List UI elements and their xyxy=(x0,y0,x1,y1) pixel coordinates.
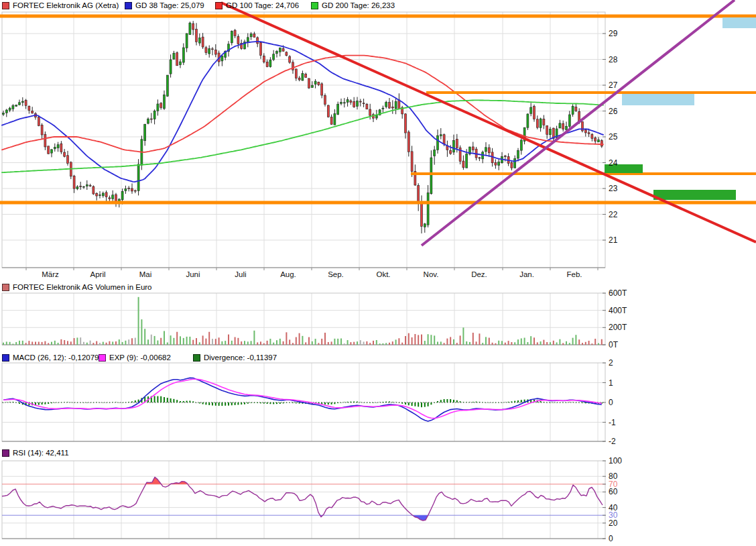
macd-histogram-bar xyxy=(492,402,493,403)
gd100-line xyxy=(2,56,603,152)
macd-histogram-bar xyxy=(90,402,91,403)
macd-histogram-bar xyxy=(283,402,284,403)
macd-histogram-bar xyxy=(405,402,406,404)
macd-histogram-bar xyxy=(434,402,435,403)
macd-signal-line xyxy=(3,379,602,418)
macd-histogram-bar xyxy=(299,402,300,404)
macd-histogram-bar xyxy=(122,402,123,403)
macd-histogram-bar xyxy=(392,402,393,402)
macd-histogram-bar xyxy=(453,400,454,402)
macd-histogram-bar xyxy=(180,401,181,402)
macd-histogram-bar xyxy=(382,402,383,402)
macd-histogram-bar xyxy=(575,402,576,403)
macd-histogram-bar xyxy=(9,402,11,402)
y-axis-label: 0T xyxy=(609,340,619,349)
macd-histogram-bar xyxy=(251,402,252,403)
macd-histogram-bar xyxy=(331,402,332,404)
x-axis-label: Mai xyxy=(139,270,152,278)
y-axis-label: 25 xyxy=(609,132,618,142)
macd-histogram-bar xyxy=(553,402,554,403)
macd-line xyxy=(3,378,602,421)
macd-histogram-bar xyxy=(572,402,574,402)
macd-histogram-bar xyxy=(19,402,20,404)
divergence-series-icon xyxy=(193,354,200,362)
macd-histogram-bar xyxy=(76,402,78,403)
macd-histogram-bar xyxy=(559,402,560,403)
macd-histogram-bar xyxy=(279,402,281,404)
macd-pane-series xyxy=(3,378,603,421)
macd-histogram-bar xyxy=(208,402,210,405)
macd-histogram-bar xyxy=(501,402,503,403)
macd-histogram-bar xyxy=(479,402,480,402)
macd-histogram-bar xyxy=(186,401,188,402)
macd-histogram-bar xyxy=(74,402,75,403)
y-axis-label: 0 xyxy=(609,398,613,407)
macd-histogram-bar xyxy=(472,402,474,402)
x-axis-label: Okt. xyxy=(376,270,390,278)
y-axis-label: 20 xyxy=(609,518,618,528)
macd-histogram-bar xyxy=(228,402,229,406)
x-axis-label: März xyxy=(42,270,59,278)
macd-histogram-bar xyxy=(112,402,113,403)
macd-histogram-bar xyxy=(521,400,522,402)
exp-series-icon xyxy=(99,354,106,362)
macd-histogram-bar xyxy=(428,402,429,406)
macd-histogram-bar xyxy=(289,402,290,403)
macd-histogram-bar xyxy=(96,402,97,403)
macd-series-icon xyxy=(2,354,9,362)
macd-histogram-bar xyxy=(260,402,261,403)
macd-histogram-bar xyxy=(44,402,46,404)
macd-histogram-bar xyxy=(225,402,226,406)
y-axis-label: 400T xyxy=(609,306,627,315)
rsi-line xyxy=(2,477,603,521)
macd-histogram-bar xyxy=(446,399,448,402)
gd200-label: GD 200 Tage: 26,233 xyxy=(322,1,395,10)
y-axis-label: 22 xyxy=(609,210,618,219)
macd-histogram-bar xyxy=(543,402,544,402)
macd-histogram-bar xyxy=(401,402,403,404)
macd-histogram-bar xyxy=(344,402,345,402)
macd-histogram-bar xyxy=(398,402,399,403)
rsi-pane-series xyxy=(2,477,603,521)
macd-histogram-bar xyxy=(164,397,165,402)
macd-histogram-bar xyxy=(64,402,65,402)
macd-histogram-bar xyxy=(157,396,158,402)
macd-histogram-bar xyxy=(462,402,464,402)
x-axis-label: Juni xyxy=(186,270,200,278)
macd-histogram-bar xyxy=(160,396,162,402)
y-axis-label: 1 xyxy=(609,378,613,388)
macd-histogram-bar xyxy=(48,402,49,404)
macd-histogram-bar xyxy=(6,402,7,403)
y-axis-label: 23 xyxy=(609,184,618,193)
macd-histogram-bar xyxy=(366,402,367,403)
macd-histogram-bar xyxy=(578,402,580,403)
macd-histogram-bar xyxy=(167,398,168,402)
macd-histogram-bar xyxy=(430,402,432,404)
gd38-label: GD 38 Tage: 25,079 xyxy=(135,1,204,10)
y-axis-label: -1 xyxy=(609,418,616,427)
x-axis-label: Juli xyxy=(235,270,246,278)
macd-histogram-bar xyxy=(92,402,94,403)
macd-histogram-bar xyxy=(569,402,570,402)
macd-histogram-bar xyxy=(51,402,52,403)
y-axis-label: 27 xyxy=(609,80,618,90)
x-axis-label: Nov. xyxy=(424,270,439,278)
macd-histogram-bar xyxy=(505,402,506,403)
macd-histogram-bar xyxy=(244,402,245,404)
y-axis-label: 60 xyxy=(609,487,618,496)
trendlines xyxy=(221,0,756,245)
macd-histogram-bar xyxy=(412,402,413,406)
macd-histogram-bar xyxy=(173,399,174,402)
legend-item-gd200: GD 200 Tage: 26,233 xyxy=(311,1,395,10)
x-axis-label: April xyxy=(90,270,105,278)
legend-item-macd: MACD (26, 12): -0,12079 xyxy=(2,353,99,362)
price-series-label: FORTEC Elektronik AG (Xetra) xyxy=(13,1,119,10)
stock-chart-page: 292827262524232221600T400T200T0T210-1-21… xyxy=(0,0,756,546)
macd-histogram-bar xyxy=(292,402,294,403)
exp-series-label: EXP (9): -0,00682 xyxy=(109,353,171,362)
macd-histogram-bar xyxy=(42,402,43,404)
macd-histogram-bar xyxy=(469,402,470,402)
macd-histogram-bar xyxy=(421,402,422,407)
macd-histogram-bar xyxy=(324,402,326,404)
macd-histogram-bar xyxy=(334,402,335,404)
